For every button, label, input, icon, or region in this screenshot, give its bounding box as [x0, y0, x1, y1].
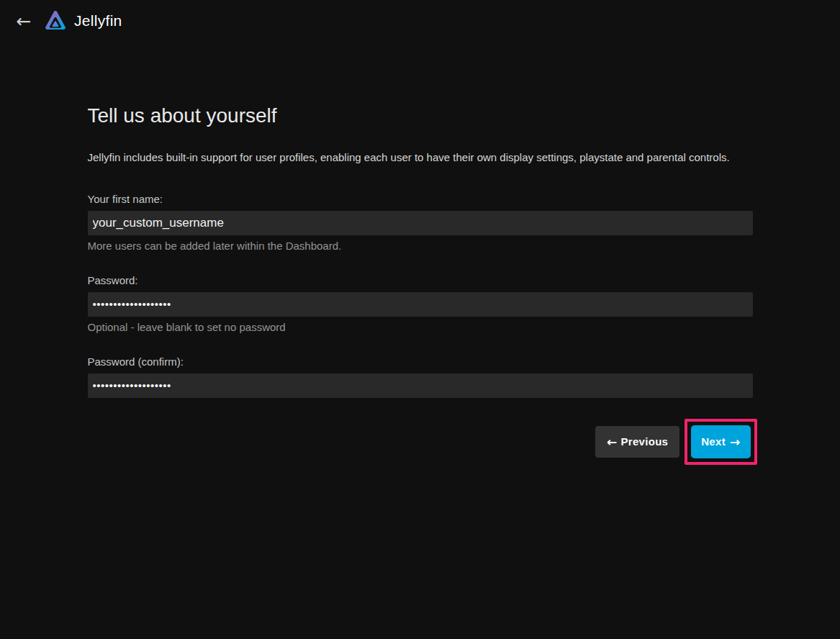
next-button-label: Next — [701, 435, 726, 448]
password-confirm-field-group: Password (confirm): — [88, 355, 753, 398]
wizard-nav-buttons: ← Previous Next → — [88, 419, 753, 465]
wizard-user-page: Tell us about yourself Jellyfin includes… — [88, 42, 753, 465]
first-name-input[interactable] — [88, 211, 753, 235]
app-name: Jellyfin — [74, 12, 122, 30]
first-name-helper-text: More users can be added later within the… — [88, 240, 753, 252]
previous-button[interactable]: ← Previous — [595, 426, 679, 458]
top-bar: ← Jellyfin — [0, 0, 840, 42]
next-button-highlight-annotation: Next → — [685, 419, 757, 465]
page-description: Jellyfin includes built-in support for u… — [88, 151, 753, 164]
previous-button-label: Previous — [620, 435, 668, 448]
password-confirm-input[interactable] — [88, 373, 753, 398]
back-arrow-icon: ← — [17, 11, 32, 32]
password-helper-text: Optional - leave blank to set no passwor… — [88, 321, 753, 333]
password-confirm-label: Password (confirm): — [88, 355, 753, 368]
page-title: Tell us about yourself — [88, 105, 753, 127]
first-name-field-group: Your first name: More users can be added… — [88, 193, 753, 252]
first-name-label: Your first name: — [88, 193, 753, 205]
password-input[interactable] — [88, 292, 753, 317]
back-button[interactable]: ← — [10, 7, 37, 35]
password-label: Password: — [88, 274, 753, 286]
jellyfin-logo-icon — [43, 9, 68, 33]
arrow-right-icon: → — [730, 435, 741, 449]
password-field-group: Password: Optional - leave blank to set … — [88, 274, 753, 333]
arrow-left-icon: ← — [607, 435, 618, 449]
app-logo: Jellyfin — [43, 9, 122, 33]
next-button[interactable]: Next → — [691, 425, 750, 458]
